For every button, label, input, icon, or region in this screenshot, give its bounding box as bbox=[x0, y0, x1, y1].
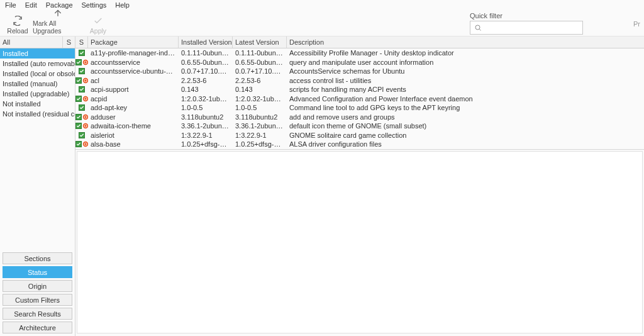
col-description[interactable]: Description bbox=[287, 36, 644, 48]
cell-installed-version: 3.36.1-2ubuntu0.20 bbox=[179, 122, 233, 130]
cell-description: Command line tool to add GPG keys to the… bbox=[287, 104, 644, 111]
architecture-button[interactable]: Architecture bbox=[3, 322, 72, 333]
cell-latest-version: 3.118ubuntu2 bbox=[233, 113, 287, 121]
reload-button[interactable]: Reload bbox=[3, 16, 33, 35]
apply-icon bbox=[93, 16, 103, 26]
cell-latest-version: 0.0.7+17.10.20170616 bbox=[233, 67, 287, 75]
cell-installed-version: 2.2.53-6 bbox=[179, 77, 233, 84]
status-filter-item[interactable]: Not installed (residual config) bbox=[0, 109, 75, 119]
menu-settings[interactable]: Settings bbox=[82, 1, 107, 9]
cell-latest-version: 1.0-0.5 bbox=[233, 104, 287, 111]
table-row[interactable]: adduser3.118ubuntu23.118ubuntu2add and r… bbox=[75, 113, 644, 122]
cell-description: AccountsService schemas for Ubuntu bbox=[287, 67, 644, 75]
cell-description: default icon theme of GNOME (small subse… bbox=[287, 122, 644, 130]
right-panel: S Package Installed Version Latest Versi… bbox=[75, 36, 644, 336]
menubar: File Edit Package Settings Help bbox=[0, 0, 644, 10]
sections-button[interactable]: Sections bbox=[3, 252, 72, 264]
table-row[interactable]: aisleriot1:3.22.9-11:3.22.9-1GNOME solit… bbox=[75, 131, 644, 140]
cell-latest-version: 2.2.53-6 bbox=[233, 77, 287, 84]
cell-installed-version: 0.0.7+17.10.20170616 bbox=[179, 67, 233, 75]
apply-button[interactable]: Apply bbox=[83, 16, 113, 35]
cell-package: adwaita-icon-theme bbox=[88, 122, 179, 130]
table-row[interactable]: accountsservice-ubuntu-schema0.0.7+17.10… bbox=[75, 67, 644, 76]
status-filter-item[interactable]: Installed (manual) bbox=[0, 79, 75, 89]
cell-latest-version: 1:3.22.9-1 bbox=[233, 132, 287, 139]
table-row[interactable]: acpid1:2.0.32-1ubuntu11:2.0.32-1ubuntu1A… bbox=[75, 94, 644, 104]
installed-check-icon bbox=[75, 123, 82, 129]
reload-label: Reload bbox=[7, 27, 28, 35]
cell-package: aisleriot bbox=[88, 132, 179, 139]
table-row[interactable]: adwaita-icon-theme3.36.1-2ubuntu0.203.36… bbox=[75, 121, 644, 131]
cell-description: Advanced Configuration and Power Interfa… bbox=[287, 95, 644, 103]
cell-package: acpid bbox=[88, 95, 179, 103]
cell-description: scripts for handling many ACPI events bbox=[287, 86, 644, 93]
cell-package: add-apt-key bbox=[88, 104, 179, 111]
installed-check-icon bbox=[79, 68, 85, 74]
menu-file[interactable]: File bbox=[5, 1, 16, 9]
ubuntu-origin-icon bbox=[82, 96, 89, 102]
reload-icon bbox=[13, 16, 23, 26]
col-latest-version[interactable]: Latest Version bbox=[233, 36, 287, 48]
table-row[interactable]: alsa-base1.0.25+dfsg-0ubunt1.0.25+dfsg-0… bbox=[75, 140, 644, 149]
cell-description: ALSA driver configuration files bbox=[287, 140, 644, 148]
quick-filter-label: Quick filter bbox=[470, 12, 583, 20]
quick-filter-input[interactable] bbox=[470, 21, 583, 35]
table-row[interactable]: acpi-support0.1430.143scripts for handli… bbox=[75, 85, 644, 94]
search-icon bbox=[474, 24, 482, 31]
apply-label: Apply bbox=[90, 27, 106, 35]
table-row[interactable]: acl2.2.53-62.2.53-6access control list -… bbox=[75, 76, 644, 86]
left-panel: All S InstalledInstalled (auto removable… bbox=[0, 36, 75, 336]
cell-latest-version: 0.6.55-0ubuntu12~2 bbox=[233, 59, 287, 66]
cell-description: GNOME solitaire card game collection bbox=[287, 132, 644, 139]
cell-latest-version: 3.36.1-2ubuntu0.20 bbox=[233, 122, 287, 130]
cell-package: accountsservice-ubuntu-schema bbox=[88, 67, 179, 75]
col-status[interactable]: S bbox=[75, 36, 88, 48]
package-table: S Package Installed Version Latest Versi… bbox=[75, 36, 644, 150]
cell-description: add and remove users and groups bbox=[287, 113, 644, 121]
ubuntu-origin-icon bbox=[82, 123, 89, 129]
status-filter-item[interactable]: Installed (upgradable) bbox=[0, 89, 75, 99]
left-header-s[interactable]: S bbox=[63, 36, 75, 48]
cell-installed-version: 1.0.25+dfsg-0ubunt bbox=[179, 140, 233, 148]
origin-button[interactable]: Origin bbox=[3, 280, 72, 292]
svg-point-2 bbox=[82, 78, 87, 83]
cell-latest-version: 0.143 bbox=[233, 86, 287, 93]
toolbar: Reload Mark All Upgrades Apply Quick fil… bbox=[0, 10, 644, 36]
mark-all-upgrades-button[interactable]: Mark All Upgrades bbox=[33, 8, 83, 35]
ubuntu-origin-icon bbox=[82, 114, 89, 120]
status-button[interactable]: Status bbox=[3, 266, 72, 278]
table-row[interactable]: add-apt-key1.0-0.51.0-0.5Command line to… bbox=[75, 103, 644, 113]
quick-filter: Quick filter bbox=[470, 12, 583, 35]
status-filter-item[interactable]: Installed (local or obsolete) bbox=[0, 69, 75, 79]
svg-point-5 bbox=[82, 123, 87, 128]
table-body: a11y-profile-manager-indicator0.1.11-0ub… bbox=[75, 48, 644, 149]
menu-help[interactable]: Help bbox=[115, 1, 130, 9]
col-installed-version[interactable]: Installed Version bbox=[179, 36, 233, 48]
cell-package: adduser bbox=[88, 113, 179, 121]
cell-installed-version: 3.118ubuntu2 bbox=[179, 113, 233, 121]
ubuntu-origin-icon bbox=[82, 141, 89, 147]
svg-point-0 bbox=[475, 25, 480, 30]
package-detail-pane bbox=[77, 151, 643, 334]
upgrade-icon bbox=[53, 8, 63, 18]
table-header: S Package Installed Version Latest Versi… bbox=[75, 36, 644, 48]
svg-point-3 bbox=[82, 96, 87, 101]
status-filter-item[interactable]: Installed bbox=[0, 48, 75, 59]
installed-check-icon bbox=[75, 114, 82, 120]
table-row[interactable]: a11y-profile-manager-indicator0.1.11-0ub… bbox=[75, 48, 644, 58]
properties-button[interactable]: Pr bbox=[633, 20, 640, 28]
cell-latest-version: 1.0.25+dfsg-0ubunt bbox=[233, 140, 287, 148]
cell-description: access control list - utilities bbox=[287, 77, 644, 84]
col-package[interactable]: Package bbox=[88, 36, 179, 48]
left-header-all[interactable]: All bbox=[0, 36, 63, 48]
status-filter-item[interactable]: Installed (auto removable) bbox=[0, 59, 75, 69]
search-results-button[interactable]: Search Results bbox=[3, 308, 72, 320]
svg-point-1 bbox=[82, 60, 87, 65]
custom-filters-button[interactable]: Custom Filters bbox=[3, 294, 72, 306]
table-row[interactable]: accountsservice0.6.55-0ubuntu12~20.6.55-… bbox=[75, 58, 644, 67]
installed-check-icon bbox=[79, 86, 85, 92]
status-filter-item[interactable]: Not installed bbox=[0, 99, 75, 109]
body: All S InstalledInstalled (auto removable… bbox=[0, 36, 644, 336]
cell-package: acl bbox=[88, 77, 179, 84]
installed-check-icon bbox=[79, 50, 85, 56]
